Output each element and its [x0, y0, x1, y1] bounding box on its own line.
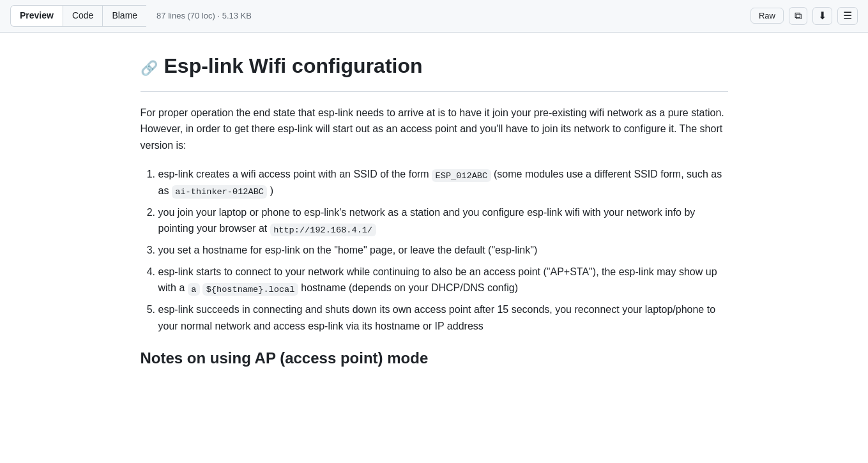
list-item: esp-link succeeds in connecting and shut…	[158, 301, 728, 334]
list-item-text: you join your laptop or phone to esp-lin…	[158, 207, 696, 234]
copy-button[interactable]: ⧉	[789, 7, 807, 25]
list-item-text: esp-link succeeds in connecting and shut…	[158, 304, 716, 331]
heading-divider	[141, 91, 728, 92]
toolbar-right: Raw ⧉ ⬇ ☰	[750, 7, 858, 25]
tab-blame[interactable]: Blame	[102, 5, 146, 27]
code-ai-thinker: ai-thinker-012ABC	[172, 185, 268, 198]
main-content: 🔗 Esp-link Wifi configuration For proper…	[115, 33, 754, 406]
page-title: Esp-link Wifi configuration	[164, 53, 423, 84]
list-item: esp-link starts to connect to your netwo…	[158, 264, 728, 296]
raw-button[interactable]: Raw	[750, 8, 784, 24]
copy-icon: ⧉	[795, 11, 802, 21]
notes-heading: Notes on using AP (access point) mode	[141, 349, 728, 367]
steps-list: esp-link creates a wifi access point wit…	[141, 166, 728, 334]
download-icon: ⬇	[818, 11, 826, 21]
list-item: esp-link creates a wifi access point wit…	[158, 166, 728, 199]
list-item: you join your laptop or phone to esp-lin…	[158, 204, 728, 237]
code-esp-ssid: ESP_012ABC	[432, 169, 491, 182]
anchor-link[interactable]: 🔗	[141, 60, 158, 77]
heading-container: 🔗 Esp-link Wifi configuration	[141, 53, 728, 84]
toolbar: Preview Code Blame 87 lines (70 loc) · 5…	[0, 0, 868, 33]
code-hostname: ${hostname}.local	[202, 283, 298, 296]
list-item: you set a hostname for esp-link on the "…	[158, 242, 728, 259]
menu-button[interactable]: ☰	[837, 7, 858, 25]
menu-icon: ☰	[843, 11, 852, 21]
tab-preview[interactable]: Preview	[10, 5, 63, 27]
list-item-text: you set a hostname for esp-link on the "…	[158, 245, 538, 255]
download-button[interactable]: ⬇	[812, 7, 832, 25]
code-url: http://192.168.4.1/	[270, 224, 376, 236]
tab-code[interactable]: Code	[63, 5, 102, 27]
list-item-text: esp-link starts to connect to your netwo…	[158, 266, 717, 294]
intro-paragraph: For proper operation the end state that …	[141, 105, 728, 154]
toolbar-left: Preview Code Blame 87 lines (70 loc) · 5…	[10, 5, 252, 27]
file-meta: 87 lines (70 loc) · 5.13 KB	[156, 11, 252, 20]
code-a: a	[188, 283, 200, 296]
list-item-text: esp-link creates a wifi access point wit…	[158, 169, 722, 196]
